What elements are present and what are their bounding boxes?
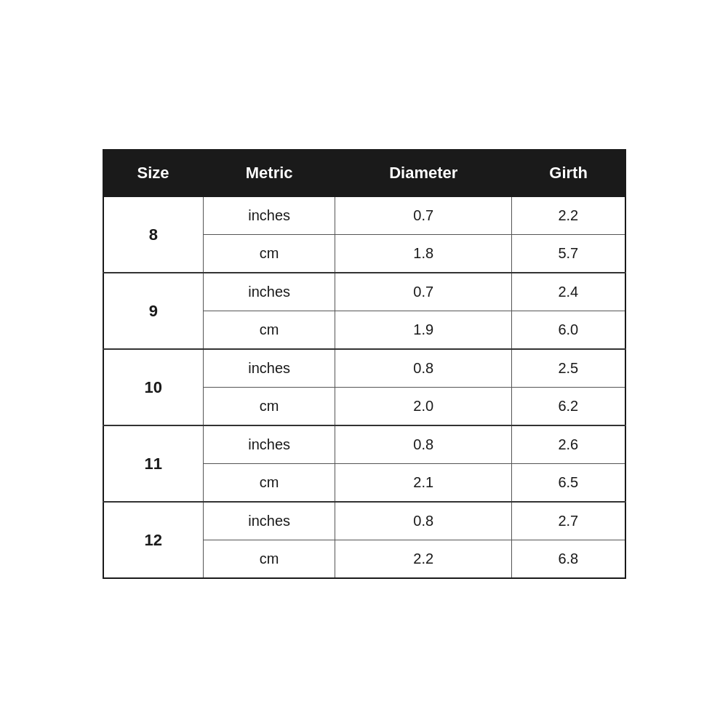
diameter-cell: 0.7 [335, 196, 512, 235]
table-row: 11inches0.82.6 [103, 425, 625, 464]
girth-cell: 6.8 [512, 540, 625, 579]
header-size: Size [103, 150, 204, 196]
header-diameter: Diameter [335, 150, 512, 196]
table-row: 9inches0.72.4 [103, 273, 625, 311]
header-metric: Metric [204, 150, 335, 196]
metric-cell: cm [204, 464, 335, 503]
diameter-cell: 2.2 [335, 540, 512, 579]
size-cell: 11 [103, 425, 204, 502]
metric-cell: inches [204, 502, 335, 540]
table-row: 8inches0.72.2 [103, 196, 625, 235]
girth-cell: 2.2 [512, 196, 625, 235]
table-row: 10inches0.82.5 [103, 349, 625, 388]
diameter-cell: 2.0 [335, 388, 512, 426]
girth-cell: 5.7 [512, 235, 625, 273]
girth-cell: 2.5 [512, 349, 625, 388]
size-cell: 12 [103, 502, 204, 578]
diameter-cell: 0.8 [335, 425, 512, 464]
metric-cell: inches [204, 349, 335, 388]
girth-cell: 2.4 [512, 273, 625, 311]
metric-cell: inches [204, 273, 335, 311]
metric-cell: cm [204, 540, 335, 579]
diameter-cell: 0.7 [335, 273, 512, 311]
size-cell: 9 [103, 273, 204, 349]
size-chart-table: Size Metric Diameter Girth 8inches0.72.2… [103, 149, 626, 579]
metric-cell: cm [204, 235, 335, 273]
girth-cell: 2.7 [512, 502, 625, 540]
table-container: Size Metric Diameter Girth 8inches0.72.2… [103, 149, 626, 579]
diameter-cell: 1.8 [335, 235, 512, 273]
metric-cell: cm [204, 388, 335, 426]
girth-cell: 6.5 [512, 464, 625, 503]
diameter-cell: 0.8 [335, 349, 512, 388]
size-cell: 10 [103, 349, 204, 425]
metric-cell: inches [204, 196, 335, 235]
size-cell: 8 [103, 196, 204, 273]
girth-cell: 6.2 [512, 388, 625, 426]
metric-cell: cm [204, 311, 335, 350]
header-row: Size Metric Diameter Girth [103, 150, 625, 196]
girth-cell: 2.6 [512, 425, 625, 464]
diameter-cell: 0.8 [335, 502, 512, 540]
header-girth: Girth [512, 150, 625, 196]
girth-cell: 6.0 [512, 311, 625, 350]
diameter-cell: 1.9 [335, 311, 512, 350]
metric-cell: inches [204, 425, 335, 464]
table-row: 12inches0.82.7 [103, 502, 625, 540]
diameter-cell: 2.1 [335, 464, 512, 503]
